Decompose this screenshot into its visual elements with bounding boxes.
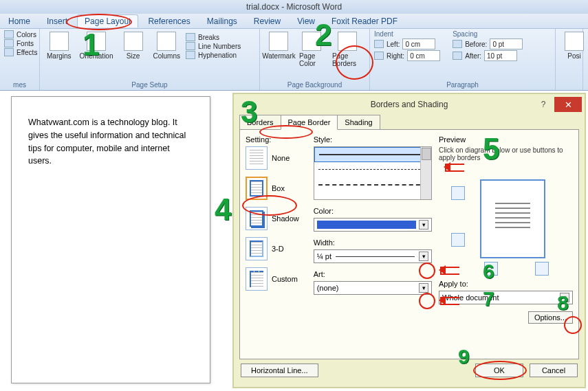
spacing-before-input[interactable]: 0 pt: [490, 38, 523, 49]
group-themes: Colors Fonts Effects mes: [0, 29, 40, 90]
setting-box[interactable]: Box: [246, 177, 307, 200]
style-row[interactable]: [314, 192, 431, 200]
margins-button[interactable]: Margins: [44, 30, 74, 80]
indent-left-row: Left:0 cm: [374, 38, 440, 49]
spacing-after-row: After:10 pt: [453, 50, 523, 61]
dialog-tabs: Borders Page Border Shading: [234, 115, 585, 129]
page-color-button[interactable]: Page Color: [296, 30, 327, 80]
setting-3d-icon: [246, 237, 268, 260]
app-title: trial.docx - Microsoft Word: [246, 2, 342, 12]
art-label: Art:: [314, 270, 432, 278]
tab-borders[interactable]: Borders: [239, 115, 281, 129]
setting-none-icon: [246, 146, 268, 170]
colors-icon: [4, 30, 14, 38]
setting-custom[interactable]: Custom: [246, 267, 307, 291]
tab-view[interactable]: View: [290, 15, 322, 27]
size-button[interactable]: Size: [119, 30, 148, 80]
breaks-button[interactable]: Breaks: [186, 33, 241, 41]
cancel-button[interactable]: Cancel: [530, 364, 578, 377]
indent-label: Indent: [374, 30, 440, 38]
dialog-help-button[interactable]: ?: [535, 97, 552, 112]
indent-left-input[interactable]: 0 cm: [402, 38, 435, 49]
borders-shading-dialog: Borders and Shading ? ✕ Borders Page Bor…: [232, 93, 586, 388]
dialog-title: Borders and Shading: [371, 100, 448, 109]
setting-custom-icon: [246, 267, 268, 291]
style-row[interactable]: [314, 177, 431, 192]
setting-none[interactable]: None: [246, 146, 307, 170]
color-dropdown[interactable]: ▾: [314, 218, 432, 232]
options-button[interactable]: Options...: [528, 311, 573, 324]
setting-3d[interactable]: 3-D: [246, 237, 307, 260]
preview-page[interactable]: [480, 179, 545, 258]
preview-top-button[interactable]: [451, 186, 465, 200]
position-button[interactable]: Posi: [560, 30, 588, 89]
group-paragraph: Indent Left:0 cm Right:0 cm Spacing Befo…: [370, 29, 556, 90]
preview-box: [439, 166, 573, 276]
dialog-title-bar[interactable]: Borders and Shading ? ✕: [234, 94, 585, 115]
document-area: Whatvwant.com is a technology blog. It g…: [0, 91, 230, 390]
tab-foxit[interactable]: Foxit Reader PDF: [325, 15, 404, 27]
spacing-after-icon: [453, 52, 462, 60]
tab-page-layout[interactable]: Page Layout: [77, 14, 138, 27]
art-dropdown[interactable]: (none)▾: [314, 281, 432, 295]
page-borders-button[interactable]: Page Borders: [329, 30, 365, 80]
preview-bottom-button[interactable]: [451, 233, 465, 247]
orientation-icon: [87, 32, 106, 51]
themes-colors[interactable]: Colors: [4, 30, 37, 38]
margins-icon: [50, 32, 69, 51]
spacing-after-input[interactable]: 10 pt: [484, 50, 517, 61]
style-row[interactable]: [314, 147, 431, 162]
preview-left-button[interactable]: [484, 262, 498, 276]
themes-effects[interactable]: Effects: [4, 48, 37, 56]
ok-button[interactable]: OK: [475, 364, 523, 377]
style-scrollbar[interactable]: [420, 147, 431, 199]
columns-button[interactable]: Columns: [151, 30, 183, 80]
watermark-icon: [269, 32, 288, 51]
scroll-thumb[interactable]: [422, 148, 431, 160]
tab-review[interactable]: Review: [247, 15, 287, 27]
preview-right-button[interactable]: [535, 262, 549, 276]
title-bar: trial.docx - Microsoft Word: [0, 0, 588, 14]
indent-left-icon: [374, 40, 384, 48]
hyphenation-button[interactable]: Hyphenation: [186, 51, 241, 59]
style-label: Style:: [314, 135, 432, 144]
dialog-footer: Horizontal Line... OK Cancel: [234, 359, 585, 381]
setting-shadow[interactable]: Shadow: [246, 207, 307, 230]
tab-insert[interactable]: Insert: [40, 15, 74, 27]
width-dropdown[interactable]: ¼ pt▾: [314, 249, 432, 263]
apply-to-label: Apply to:: [439, 280, 573, 288]
position-icon: [565, 32, 584, 51]
chevron-down-icon: ▾: [560, 293, 569, 302]
tab-references[interactable]: References: [141, 15, 197, 27]
tab-page-border[interactable]: Page Border: [281, 115, 338, 130]
columns-icon: [157, 32, 176, 51]
indent-right-input[interactable]: 0 cm: [407, 50, 440, 61]
dialog-close-button[interactable]: ✕: [554, 97, 582, 112]
watermark-button[interactable]: Watermark: [264, 30, 294, 80]
preview-label: Preview: [439, 135, 573, 144]
line-numbers-button[interactable]: Line Numbers: [186, 42, 241, 50]
line-numbers-icon: [186, 42, 195, 50]
tab-mailings[interactable]: Mailings: [200, 15, 244, 27]
tab-shading[interactable]: Shading: [337, 115, 380, 129]
settings-column: Setting: None Box Shadow 3-D Custom: [246, 135, 307, 353]
hyphenation-icon: [186, 51, 195, 59]
style-list[interactable]: [314, 146, 432, 200]
group-label-page-setup: Page Setup: [44, 80, 255, 89]
orientation-button[interactable]: Orientation: [77, 30, 116, 80]
preview-column: Preview Click on diagram below or use bu…: [439, 135, 573, 353]
themes-fonts[interactable]: Fonts: [4, 39, 37, 47]
tab-home[interactable]: Home: [1, 15, 37, 27]
horizontal-line-button[interactable]: Horizontal Line...: [241, 364, 318, 377]
spacing-before-row: Before:0 pt: [453, 38, 523, 49]
style-row[interactable]: [314, 162, 431, 177]
group-label-paragraph: Paragraph: [374, 80, 551, 89]
spacing-before-icon: [453, 40, 462, 48]
group-label-page-background: Page Background: [264, 80, 365, 89]
page[interactable]: Whatvwant.com is a technology blog. It g…: [11, 96, 210, 383]
ribbon: Colors Fonts Effects mes Margins Orienta…: [0, 29, 588, 91]
setting-box-icon: [246, 177, 268, 200]
group-arrange: Posi: [556, 29, 583, 90]
page-borders-icon: [338, 32, 357, 51]
apply-to-dropdown[interactable]: Whole document▾: [439, 291, 573, 304]
